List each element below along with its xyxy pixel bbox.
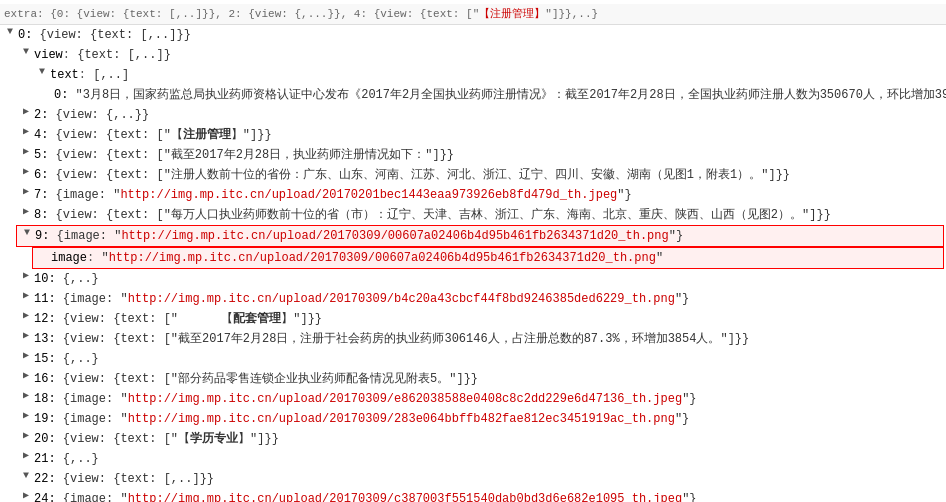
toggle-icon[interactable] [4, 26, 16, 38]
line-content: 15: {,..} [34, 350, 99, 368]
line-content: 4: {view: {text: ["【注册管理】"]}} [34, 126, 272, 144]
list-item: image: "http://img.mp.itc.cn/upload/2017… [32, 247, 944, 269]
line-content: 0: {view: {text: [,..]}} [18, 26, 191, 44]
list-item: 9: {image: "http://img.mp.itc.cn/upload/… [16, 225, 944, 247]
toggle-icon[interactable] [20, 470, 32, 482]
list-item: 24: {image: "http://img.mp.itc.cn/upload… [0, 489, 946, 502]
line-content: 18: {image: "http://img.mp.itc.cn/upload… [34, 390, 697, 408]
toggle-icon[interactable] [20, 370, 32, 382]
line-content: 2: {view: {,..}} [34, 106, 149, 124]
list-item: 5: {view: {text: ["截至2017年2月28日，执业药师注册情况… [0, 145, 946, 165]
line-content: 5: {view: {text: ["截至2017年2月28日，执业药师注册情况… [34, 146, 454, 164]
list-item: 6: {view: {text: ["注册人数前十位的省份：广东、山东、河南、江… [0, 165, 946, 185]
toggle-icon[interactable] [21, 227, 33, 239]
line-content: 19: {image: "http://img.mp.itc.cn/upload… [34, 410, 689, 428]
toggle-icon[interactable] [20, 330, 32, 342]
toggle-icon[interactable] [20, 290, 32, 302]
line-content: 24: {image: "http://img.mp.itc.cn/upload… [34, 490, 697, 502]
extra-bar: extra: {0: {view: {text: [,..]}}, 2: {vi… [0, 4, 946, 25]
list-item: 8: {view: {text: ["每万人口执业药师数前十位的省（市）：辽宁、… [0, 205, 946, 225]
line-content: text: [,..] [50, 66, 129, 84]
line-content: 7: {image: "http://img.mp.itc.cn/upload/… [34, 186, 632, 204]
main-container: extra: {0: {view: {text: [,..]}}, 2: {vi… [0, 0, 946, 502]
list-item: 0: "3月8日，国家药监总局执业药师资格认证中心发布《2017年2月全国执业药… [0, 85, 946, 105]
list-item: 22: {view: {text: [,..]}} [0, 469, 946, 489]
toggle-icon[interactable] [20, 126, 32, 138]
line-content: 0: "3月8日，国家药监总局执业药师资格认证中心发布《2017年2月全国执业药… [54, 86, 946, 104]
list-item: 2: {view: {,..}} [0, 105, 946, 125]
toggle-icon[interactable] [20, 310, 32, 322]
toggle-icon[interactable] [20, 46, 32, 58]
toggle-icon[interactable] [20, 450, 32, 462]
list-item: 12: {view: {text: [" 【配套管理】"]}} [0, 309, 946, 329]
lines-container: 0: {view: {text: [,..]}}view: {text: [,.… [0, 25, 946, 502]
toggle-icon[interactable] [20, 106, 32, 118]
toggle-icon[interactable] [20, 390, 32, 402]
list-item: 15: {,..} [0, 349, 946, 369]
line-content: 21: {,..} [34, 450, 99, 468]
line-content: 9: {image: "http://img.mp.itc.cn/upload/… [35, 227, 683, 245]
toggle-icon[interactable] [20, 146, 32, 158]
line-content: 22: {view: {text: [,..]}} [34, 470, 214, 488]
list-item: 0: {view: {text: [,..]}} [0, 25, 946, 45]
list-item: 20: {view: {text: ["【学历专业】"]}} [0, 429, 946, 449]
line-content: 11: {image: "http://img.mp.itc.cn/upload… [34, 290, 689, 308]
list-item: 7: {image: "http://img.mp.itc.cn/upload/… [0, 185, 946, 205]
toggle-icon[interactable] [36, 66, 48, 78]
toggle-icon[interactable] [20, 270, 32, 282]
toggle-icon[interactable] [20, 206, 32, 218]
list-item: view: {text: [,..]} [0, 45, 946, 65]
list-item: 10: {,..} [0, 269, 946, 289]
toggle-icon[interactable] [20, 186, 32, 198]
toggle-icon[interactable] [20, 350, 32, 362]
list-item: 16: {view: {text: ["部分药品零售连锁企业执业药师配备情况见附… [0, 369, 946, 389]
toggle-icon[interactable] [20, 490, 32, 502]
list-item: 11: {image: "http://img.mp.itc.cn/upload… [0, 289, 946, 309]
toggle-icon[interactable] [20, 430, 32, 442]
list-item: 18: {image: "http://img.mp.itc.cn/upload… [0, 389, 946, 409]
list-item: 4: {view: {text: ["【注册管理】"]}} [0, 125, 946, 145]
line-content: 16: {view: {text: ["部分药品零售连锁企业执业药师配备情况见附… [34, 370, 478, 388]
list-item: 13: {view: {text: ["截至2017年2月28日，注册于社会药房… [0, 329, 946, 349]
line-content: 20: {view: {text: ["【学历专业】"]}} [34, 430, 279, 448]
line-content: 6: {view: {text: ["注册人数前十位的省份：广东、山东、河南、江… [34, 166, 790, 184]
line-content: 8: {view: {text: ["每万人口执业药师数前十位的省（市）：辽宁、… [34, 206, 831, 224]
line-content: 13: {view: {text: ["截至2017年2月28日，注册于社会药房… [34, 330, 749, 348]
line-content: 12: {view: {text: [" 【配套管理】"]}} [34, 310, 322, 328]
toggle-icon[interactable] [20, 166, 32, 178]
list-item: text: [,..] [0, 65, 946, 85]
line-content: image: "http://img.mp.itc.cn/upload/2017… [51, 249, 663, 267]
list-item: 19: {image: "http://img.mp.itc.cn/upload… [0, 409, 946, 429]
list-item: 21: {,..} [0, 449, 946, 469]
toggle-icon[interactable] [20, 410, 32, 422]
line-content: view: {text: [,..]} [34, 46, 171, 64]
line-content: 10: {,..} [34, 270, 99, 288]
